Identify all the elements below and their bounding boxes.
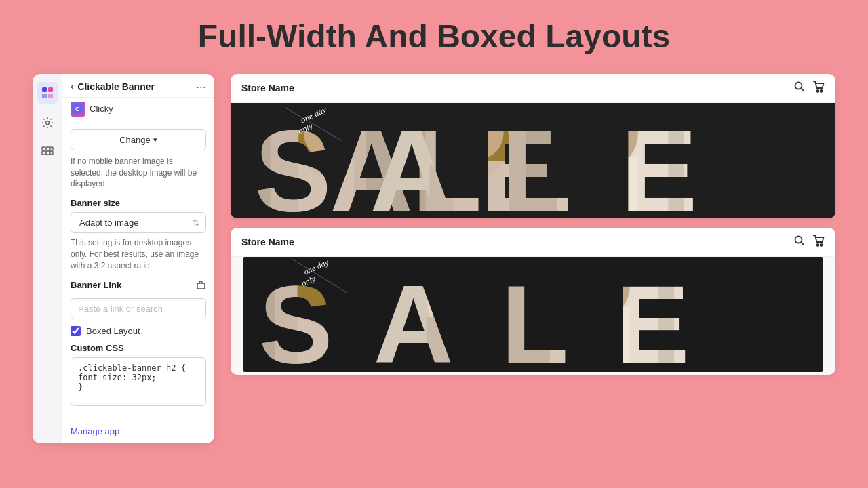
link-icon[interactable] <box>196 281 206 293</box>
store-nav-icons-2 <box>793 235 825 249</box>
panel-main: ‹ Clickable Banner ··· C Clicky <box>62 74 214 443</box>
app-icon: C <box>71 102 85 117</box>
svg-rect-5 <box>42 147 45 150</box>
svg-rect-13 <box>197 283 205 289</box>
panel-title: Clickable Banner <box>77 81 155 92</box>
svg-text:A: A <box>370 106 453 218</box>
change-button[interactable]: Change ▾ <box>71 129 206 150</box>
banner-link-input[interactable] <box>71 298 206 319</box>
right-panel: Store Name SALE <box>231 74 835 375</box>
banner-size-select[interactable]: Adapt to image Full width Custom <box>71 212 206 233</box>
svg-rect-6 <box>46 147 50 150</box>
svg-point-46 <box>821 244 823 246</box>
svg-point-45 <box>817 244 819 246</box>
svg-text:A: A <box>374 262 454 372</box>
svg-rect-8 <box>42 151 45 155</box>
custom-css-textarea[interactable]: .clickable-banner h2 { font-size: 32px; … <box>71 357 206 406</box>
sale-banner-svg-2: S A L E one day only <box>243 257 823 372</box>
app-name: Clicky <box>90 104 113 114</box>
boxed-layout-checkbox[interactable] <box>71 326 81 336</box>
svg-rect-7 <box>50 147 53 150</box>
svg-point-4 <box>45 121 49 124</box>
app-badge: C Clicky <box>62 98 214 121</box>
svg-text:L: L <box>501 262 569 372</box>
cart-icon-2[interactable] <box>812 235 825 249</box>
banner-link-label: Banner Link <box>71 280 121 290</box>
svg-point-15 <box>817 90 819 92</box>
store-nav-1: Store Name <box>231 74 835 103</box>
sidebar-icon-settings[interactable] <box>37 112 58 134</box>
sale-banner-svg-1: SALE <box>231 103 835 218</box>
sale-banner-1: SALE <box>231 103 835 218</box>
sale-banner-2: S A L E one day only <box>243 257 823 372</box>
svg-point-14 <box>795 82 802 89</box>
panel-header-left: ‹ Clickable Banner <box>71 81 155 92</box>
search-icon-1[interactable] <box>793 81 806 96</box>
svg-point-16 <box>821 90 823 92</box>
custom-css-label: Custom CSS <box>71 343 206 353</box>
svg-rect-9 <box>46 151 50 155</box>
search-icon-2[interactable] <box>793 235 806 249</box>
boxed-layout-label[interactable]: Boxed Layout <box>86 326 140 336</box>
svg-text:E: E <box>616 262 690 372</box>
panel-header: ‹ Clickable Banner ··· <box>62 74 214 98</box>
svg-point-44 <box>795 236 802 243</box>
svg-text:C: C <box>75 106 80 113</box>
sidebar-icon-apps[interactable] <box>37 142 58 163</box>
store-nav-icons-1 <box>793 81 825 96</box>
cart-icon-1[interactable] <box>812 81 825 96</box>
banner-size-label: Banner size <box>71 198 206 208</box>
store-name-1: Store Name <box>241 83 294 94</box>
boxed-layout-row: Boxed Layout <box>71 326 206 336</box>
mobile-helper-text: If no mobile banner image is selected, t… <box>71 156 206 190</box>
svg-text:E: E <box>620 106 698 218</box>
sidebar-icon-grid[interactable] <box>37 82 58 104</box>
store-nav-2: Store Name <box>231 228 835 257</box>
svg-rect-1 <box>48 87 53 92</box>
svg-text:S: S <box>254 106 330 218</box>
svg-text:S: S <box>259 262 333 372</box>
store-preview-1: Store Name SALE <box>231 74 835 218</box>
svg-rect-3 <box>48 94 53 98</box>
svg-rect-0 <box>42 87 47 92</box>
boxed-banner-wrapper: S A L E one day only <box>231 257 835 375</box>
back-button[interactable]: ‹ <box>71 81 73 92</box>
page-title: Full-Width And Boxed Layouts <box>198 19 670 55</box>
sidebar-icons <box>33 74 62 443</box>
panel-body: Change ▾ If no mobile banner image is se… <box>62 121 214 424</box>
setting-note: This setting is for desktop images only.… <box>71 237 206 271</box>
settings-panel: ‹ Clickable Banner ··· C Clicky <box>33 74 214 443</box>
store-preview-2: Store Name <box>231 228 835 375</box>
manage-app-link[interactable]: Manage app <box>62 424 214 443</box>
more-button[interactable]: ··· <box>196 81 206 93</box>
svg-rect-2 <box>42 94 47 98</box>
banner-link-row: Banner Link <box>71 280 206 294</box>
banner-size-select-wrapper: Adapt to image Full width Custom ⇅ <box>71 212 206 233</box>
store-name-2: Store Name <box>241 237 294 247</box>
svg-text:L: L <box>501 106 572 218</box>
svg-rect-10 <box>50 151 53 155</box>
